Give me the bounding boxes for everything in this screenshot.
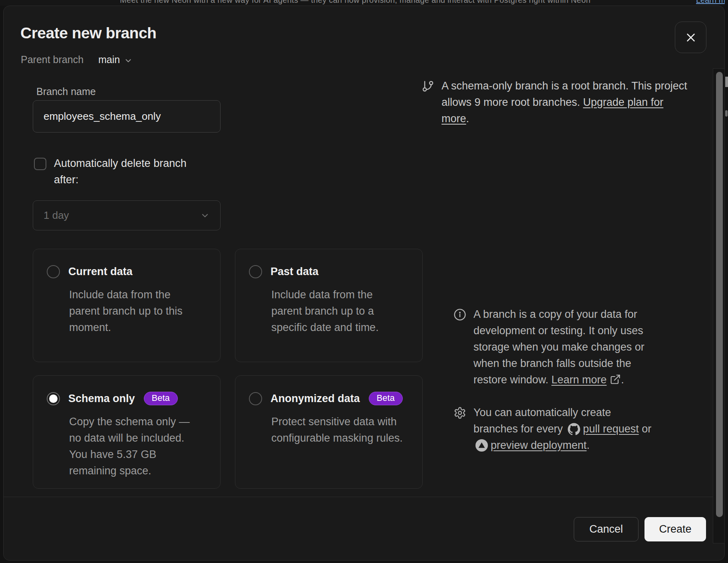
- option-card-past-data[interactable]: Past data Include data from the parent b…: [235, 249, 423, 362]
- chevron-down-icon: [124, 56, 133, 65]
- option-title: Past data: [271, 266, 318, 278]
- radio-past-data[interactable]: [249, 265, 262, 278]
- ttl-selected-value: 1 day: [44, 209, 200, 222]
- external-link-icon: [610, 374, 621, 385]
- chevron-down-icon: [200, 211, 210, 220]
- auto-delete-label[interactable]: Automatically delete branch after:: [54, 155, 214, 188]
- close-button[interactable]: [675, 22, 706, 53]
- option-description: Include data from the parent branch up t…: [271, 287, 403, 336]
- radio-schema-only[interactable]: [47, 392, 60, 405]
- parent-branch-selector[interactable]: Parent branch main: [21, 54, 133, 65]
- preview-deployment-link[interactable]: preview deployment: [491, 439, 587, 451]
- beta-badge: Beta: [144, 392, 178, 405]
- cancel-button[interactable]: Cancel: [574, 517, 638, 541]
- info-icon: [454, 308, 466, 321]
- radio-anonymized-data[interactable]: [249, 392, 262, 405]
- banner-learn-more-link[interactable]: Learn more: [696, 0, 728, 5]
- branch-info-note-text: A branch is a copy of your data for deve…: [473, 306, 664, 388]
- background-page-sliver: [725, 0, 728, 563]
- github-icon: [568, 423, 580, 435]
- automation-note-text: You can automatically create branches fo…: [473, 404, 657, 454]
- radio-current-data[interactable]: [47, 265, 60, 278]
- option-description: Copy the schema only — no data will be i…: [69, 414, 201, 479]
- note-text-part: .: [466, 113, 469, 125]
- scrollbar-thumb[interactable]: [716, 72, 723, 517]
- background-fragment: [725, 77, 728, 87]
- parent-branch-value: main: [98, 54, 120, 65]
- data-option-cards: Current data Include data from the paren…: [33, 249, 423, 489]
- learn-more-link[interactable]: Learn more: [551, 374, 607, 386]
- banner-text: Meet the new Neon with a new way for AI …: [120, 0, 591, 5]
- ttl-select[interactable]: 1 day: [33, 200, 221, 230]
- pull-request-link[interactable]: pull request: [583, 423, 639, 435]
- beta-badge: Beta: [369, 392, 403, 405]
- parent-branch-label: Parent branch: [21, 54, 84, 65]
- note-text-part: .: [621, 374, 624, 386]
- branch-info-note: A branch is a copy of your data for deve…: [454, 306, 664, 388]
- note-text-part: or: [639, 423, 652, 435]
- option-title: Current data: [68, 266, 133, 278]
- option-title: Schema only: [68, 393, 135, 405]
- branch-name-label: Branch name: [36, 86, 96, 97]
- background-banner: Meet the new Neon with a new way for AI …: [0, 0, 728, 6]
- footer-divider: [4, 497, 724, 497]
- screen: Meet the new Neon with a new way for AI …: [0, 0, 728, 563]
- root-branch-note: A schema-only branch is a root branch. T…: [422, 78, 687, 127]
- vercel-icon: [475, 439, 488, 452]
- scrollbar-track[interactable]: [713, 68, 725, 543]
- root-branch-note-text: A schema-only branch is a root branch. T…: [442, 78, 687, 127]
- dialog-title: Create new branch: [20, 24, 156, 42]
- create-branch-dialog: Create new branch Parent branch main Bra…: [3, 6, 725, 561]
- create-button[interactable]: Create: [644, 517, 706, 541]
- option-description: Protect sensitive data with configurable…: [271, 414, 403, 446]
- git-branch-icon: [422, 80, 434, 93]
- close-icon: [684, 31, 698, 44]
- background-fragment: [725, 110, 728, 117]
- option-title: Anonymized data: [271, 393, 360, 405]
- auto-delete-checkbox[interactable]: [34, 158, 46, 170]
- option-description: Include data from the parent branch up t…: [69, 287, 201, 336]
- note-text-part: .: [587, 439, 590, 451]
- branch-name-input[interactable]: [33, 100, 221, 133]
- gear-icon: [454, 406, 466, 419]
- auto-delete-row: Automatically delete branch after:: [34, 155, 214, 188]
- option-card-current-data[interactable]: Current data Include data from the paren…: [33, 249, 221, 362]
- option-card-schema-only[interactable]: Schema only Beta Copy the schema only — …: [33, 375, 221, 489]
- option-card-anonymized-data[interactable]: Anonymized data Beta Protect sensitive d…: [235, 375, 423, 489]
- automation-note: You can automatically create branches fo…: [454, 404, 657, 454]
